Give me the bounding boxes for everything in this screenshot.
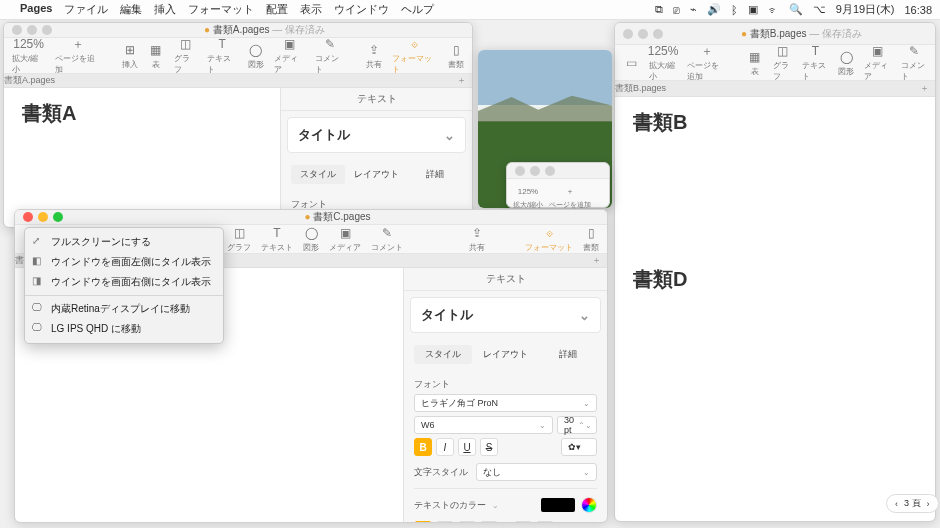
search-icon[interactable]: 🔍 [789,3,803,16]
screenshare-icon[interactable]: ▣ [748,3,758,16]
font-weight-dropdown[interactable]: W6⌄ [414,416,553,434]
close-icon[interactable] [623,29,633,39]
minimize-icon[interactable] [27,25,37,35]
mini-zoom[interactable]: 125%拡大/縮小 [513,183,543,210]
canvas-a[interactable]: 書類A [4,88,280,228]
tabbar-a[interactable]: 書類A.pages＋ [4,74,472,88]
menubar-date[interactable]: 9月19日(木) [836,2,895,17]
advanced-gear-dropdown[interactable]: ✿▾ [561,438,597,456]
minimize-icon[interactable] [638,29,648,39]
pager-prev-icon[interactable]: ‹ [895,499,898,509]
underline-button[interactable]: U [458,438,476,456]
window-tile-menu[interactable]: ⤢フルスクリーンにする ◧ウインドウを画面左側にタイル表示 ◨ウインドウを画面右… [24,227,224,344]
zoom-icon[interactable] [653,29,663,39]
status-icon[interactable]: ⎚ [673,4,680,16]
zoom-icon[interactable] [42,25,52,35]
text-button[interactable]: Tテキスト [261,225,293,253]
table-button[interactable]: ▦表 [148,42,164,70]
tab-detail[interactable]: 詳細 [408,165,462,184]
align-justify-button[interactable]: ≡ [480,521,498,523]
media-button[interactable]: ▣メディア [274,36,305,75]
zoom-dropdown[interactable]: 125%拡大/縮小 [12,36,45,75]
char-style-dropdown[interactable]: なし⌄ [476,463,597,481]
tab-layout[interactable]: レイアウト [476,345,534,364]
text-button[interactable]: Tテキスト [207,36,238,75]
zoom-level[interactable]: 125%拡大/縮小 [649,43,677,82]
strike-button[interactable]: S [480,438,498,456]
comment-button[interactable]: ✎コメント [315,36,346,75]
menu-app[interactable]: Pages [20,2,52,17]
zoom-icon[interactable] [53,212,63,222]
format-button[interactable]: ⟐フォーマット [525,225,573,253]
paragraph-style-dropdown[interactable]: タイトル⌄ [411,298,600,332]
bluetooth-icon[interactable]: ᛒ [731,4,738,16]
tab-add[interactable]: ＋ [457,74,466,87]
color-wheel-button[interactable] [581,497,597,513]
shape-button[interactable]: ◯図形 [838,49,854,77]
media-button[interactable]: ▣メディア [864,43,890,82]
italic-button[interactable]: I [436,438,454,456]
menu-tile-left[interactable]: ◧ウインドウを画面左側にタイル表示 [25,252,223,272]
volume-icon[interactable]: 🔊 [707,3,721,16]
window-b[interactable]: ● 書類B.pages — 保存済み ▭ 125%拡大/縮小 ＋ページを追加 ▦… [614,22,936,522]
graph-button[interactable]: ◫グラフ [227,225,251,253]
tab-add[interactable]: ＋ [920,82,929,95]
tab-layout[interactable]: レイアウト [349,165,403,184]
paragraph-style-dropdown[interactable]: タイトル⌄ [288,118,465,152]
align-center-button[interactable]: ≡ [436,521,454,523]
add-page-button[interactable]: ＋ページを追加 [55,36,101,75]
titlebar-c[interactable]: ● 書類C.pages [15,210,607,225]
canvas-b[interactable]: 書類B 書類D [615,97,935,521]
format-button[interactable]: ⟐フォーマット [392,36,438,75]
insert-button[interactable]: ⊞挿入 [122,42,138,70]
comment-button[interactable]: ✎コメント [371,225,403,253]
comment-button[interactable]: ✎コメント [901,43,927,82]
window-a[interactable]: ● 書類A.pages — 保存済み 125%拡大/縮小 ＋ページを追加 ⊞挿入… [3,22,473,228]
outdent-button[interactable]: ≡◂ [514,521,532,523]
zoom-dropdown[interactable]: ▭ [623,55,639,71]
graph-button[interactable]: ◫グラフ [773,43,793,82]
font-size-stepper[interactable]: 30 pt⌃⌄ [557,416,597,434]
chevron-icon[interactable]: ⌄ [492,501,499,510]
font-family-dropdown[interactable]: ヒラギノ角ゴ ProN⌄ [414,394,597,412]
wifi-icon[interactable]: ᯤ [768,4,779,16]
menu-fullscreen[interactable]: ⤢フルスクリーンにする [25,232,223,252]
text-button[interactable]: Tテキスト [802,43,828,82]
close-icon[interactable] [12,25,22,35]
tab-style[interactable]: スタイル [414,345,472,364]
menu-arrange[interactable]: 配置 [266,2,288,17]
menu-edit[interactable]: 編集 [120,2,142,17]
pager-next-icon[interactable]: › [927,499,930,509]
menu-help[interactable]: ヘルプ [401,2,434,17]
tab-add[interactable]: ＋ [592,254,601,267]
document-button[interactable]: ▯書類 [448,42,464,70]
bold-button[interactable]: B [414,438,432,456]
minimize-icon[interactable] [38,212,48,222]
mini-window[interactable]: 125%拡大/縮小 ＋ページを追加 [506,162,610,208]
menu-tile-right[interactable]: ◨ウインドウを画面右側にタイル表示 [25,272,223,292]
media-button[interactable]: ▣メディア [329,225,361,253]
table-button[interactable]: ▦表 [747,49,763,77]
menu-format[interactable]: フォーマット [188,2,254,17]
menu-insert[interactable]: 挿入 [154,2,176,17]
align-left-button[interactable]: ≡ [414,521,432,523]
titlebar-b[interactable]: ● 書類B.pages — 保存済み [615,23,935,45]
menu-move-display-lg[interactable]: 🖵LG IPS QHD に移動 [25,319,223,339]
battery-icon[interactable]: ⌁ [690,3,697,16]
status-icon[interactable]: ⧉ [655,3,663,16]
control-center-icon[interactable]: ⌥ [813,3,826,16]
pager[interactable]: ‹ 3 頁 › [886,494,939,513]
menu-view[interactable]: 表示 [300,2,322,17]
tab-detail[interactable]: 詳細 [539,345,597,364]
tabbar-b[interactable]: 書類B.pages＋ [615,81,935,97]
graph-button[interactable]: ◫グラフ [174,36,197,75]
share-button[interactable]: ⇪共有 [366,42,382,70]
menu-file[interactable]: ファイル [64,2,108,17]
document-button[interactable]: ▯書類 [583,225,599,253]
color-swatch[interactable] [541,498,575,512]
mini-addpage[interactable]: ＋ページを追加 [549,183,591,210]
tab-style[interactable]: スタイル [291,165,345,184]
shape-button[interactable]: ◯図形 [303,225,319,253]
indent-button[interactable]: ▸≡ [536,521,554,523]
menu-move-display-retina[interactable]: 🖵内蔵Retinaディスプレイに移動 [25,299,223,319]
